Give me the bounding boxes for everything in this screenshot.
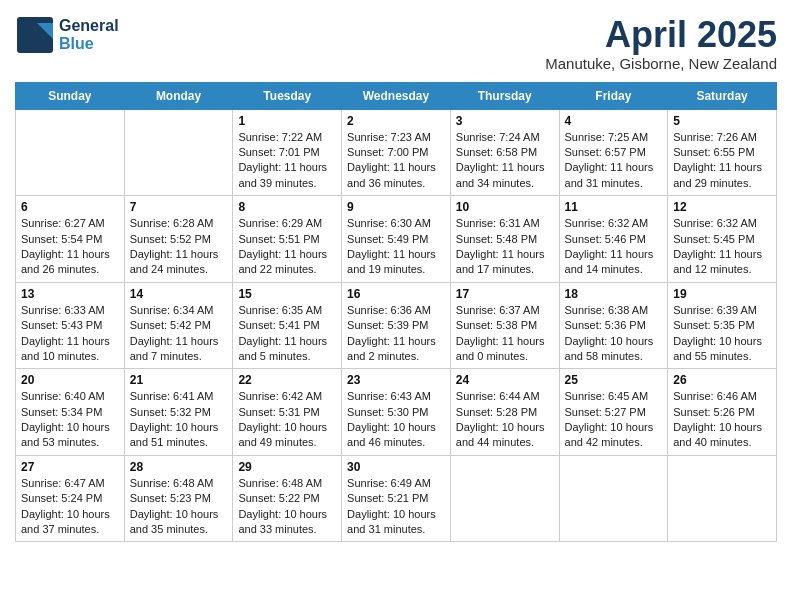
day-info: Sunrise: 6:37 AMSunset: 5:38 PMDaylight:… <box>456 303 554 365</box>
calendar-cell: 9Sunrise: 6:30 AMSunset: 5:49 PMDaylight… <box>342 196 451 283</box>
calendar-cell: 1Sunrise: 7:22 AMSunset: 7:01 PMDaylight… <box>233 109 342 196</box>
day-number: 17 <box>456 287 554 301</box>
calendar-cell: 10Sunrise: 6:31 AMSunset: 5:48 PMDayligh… <box>450 196 559 283</box>
weekday-header-friday: Friday <box>559 82 668 109</box>
calendar-cell: 15Sunrise: 6:35 AMSunset: 5:41 PMDayligh… <box>233 282 342 369</box>
day-number: 18 <box>565 287 663 301</box>
logo: General Blue <box>15 15 119 55</box>
day-info: Sunrise: 6:48 AMSunset: 5:22 PMDaylight:… <box>238 476 336 538</box>
day-number: 6 <box>21 200 119 214</box>
calendar-cell: 19Sunrise: 6:39 AMSunset: 5:35 PMDayligh… <box>668 282 777 369</box>
calendar-cell <box>450 455 559 542</box>
day-info: Sunrise: 6:31 AMSunset: 5:48 PMDaylight:… <box>456 216 554 278</box>
calendar-week-1: 1Sunrise: 7:22 AMSunset: 7:01 PMDaylight… <box>16 109 777 196</box>
calendar-cell <box>668 455 777 542</box>
day-info: Sunrise: 6:27 AMSunset: 5:54 PMDaylight:… <box>21 216 119 278</box>
day-number: 24 <box>456 373 554 387</box>
day-info: Sunrise: 7:25 AMSunset: 6:57 PMDaylight:… <box>565 130 663 192</box>
day-number: 5 <box>673 114 771 128</box>
day-info: Sunrise: 6:32 AMSunset: 5:45 PMDaylight:… <box>673 216 771 278</box>
day-info: Sunrise: 6:35 AMSunset: 5:41 PMDaylight:… <box>238 303 336 365</box>
calendar-cell: 6Sunrise: 6:27 AMSunset: 5:54 PMDaylight… <box>16 196 125 283</box>
calendar-cell: 28Sunrise: 6:48 AMSunset: 5:23 PMDayligh… <box>124 455 233 542</box>
calendar-cell: 23Sunrise: 6:43 AMSunset: 5:30 PMDayligh… <box>342 369 451 456</box>
day-info: Sunrise: 6:38 AMSunset: 5:36 PMDaylight:… <box>565 303 663 365</box>
day-number: 4 <box>565 114 663 128</box>
weekday-header-tuesday: Tuesday <box>233 82 342 109</box>
calendar-cell: 5Sunrise: 7:26 AMSunset: 6:55 PMDaylight… <box>668 109 777 196</box>
calendar-cell: 21Sunrise: 6:41 AMSunset: 5:32 PMDayligh… <box>124 369 233 456</box>
calendar-cell: 7Sunrise: 6:28 AMSunset: 5:52 PMDaylight… <box>124 196 233 283</box>
day-number: 13 <box>21 287 119 301</box>
logo-icon <box>15 15 55 55</box>
calendar-cell: 29Sunrise: 6:48 AMSunset: 5:22 PMDayligh… <box>233 455 342 542</box>
calendar-cell: 2Sunrise: 7:23 AMSunset: 7:00 PMDaylight… <box>342 109 451 196</box>
day-number: 16 <box>347 287 445 301</box>
location-subtitle: Manutuke, Gisborne, New Zealand <box>545 55 777 72</box>
day-info: Sunrise: 6:44 AMSunset: 5:28 PMDaylight:… <box>456 389 554 451</box>
calendar-cell: 4Sunrise: 7:25 AMSunset: 6:57 PMDaylight… <box>559 109 668 196</box>
day-info: Sunrise: 6:34 AMSunset: 5:42 PMDaylight:… <box>130 303 228 365</box>
day-info: Sunrise: 6:28 AMSunset: 5:52 PMDaylight:… <box>130 216 228 278</box>
calendar-cell: 27Sunrise: 6:47 AMSunset: 5:24 PMDayligh… <box>16 455 125 542</box>
title-block: April 2025 Manutuke, Gisborne, New Zeala… <box>545 15 777 72</box>
day-number: 7 <box>130 200 228 214</box>
weekday-header-saturday: Saturday <box>668 82 777 109</box>
day-number: 11 <box>565 200 663 214</box>
page-header: General Blue April 2025 Manutuke, Gisbor… <box>15 15 777 72</box>
calendar-cell: 14Sunrise: 6:34 AMSunset: 5:42 PMDayligh… <box>124 282 233 369</box>
day-number: 14 <box>130 287 228 301</box>
calendar-week-2: 6Sunrise: 6:27 AMSunset: 5:54 PMDaylight… <box>16 196 777 283</box>
calendar-cell: 8Sunrise: 6:29 AMSunset: 5:51 PMDaylight… <box>233 196 342 283</box>
day-info: Sunrise: 6:39 AMSunset: 5:35 PMDaylight:… <box>673 303 771 365</box>
calendar-body: 1Sunrise: 7:22 AMSunset: 7:01 PMDaylight… <box>16 109 777 542</box>
calendar-cell: 17Sunrise: 6:37 AMSunset: 5:38 PMDayligh… <box>450 282 559 369</box>
calendar-week-4: 20Sunrise: 6:40 AMSunset: 5:34 PMDayligh… <box>16 369 777 456</box>
day-number: 2 <box>347 114 445 128</box>
day-info: Sunrise: 6:40 AMSunset: 5:34 PMDaylight:… <box>21 389 119 451</box>
day-info: Sunrise: 6:32 AMSunset: 5:46 PMDaylight:… <box>565 216 663 278</box>
weekday-header-row: SundayMondayTuesdayWednesdayThursdayFrid… <box>16 82 777 109</box>
day-info: Sunrise: 7:24 AMSunset: 6:58 PMDaylight:… <box>456 130 554 192</box>
calendar-cell: 30Sunrise: 6:49 AMSunset: 5:21 PMDayligh… <box>342 455 451 542</box>
day-info: Sunrise: 6:48 AMSunset: 5:23 PMDaylight:… <box>130 476 228 538</box>
calendar-cell: 18Sunrise: 6:38 AMSunset: 5:36 PMDayligh… <box>559 282 668 369</box>
day-info: Sunrise: 7:22 AMSunset: 7:01 PMDaylight:… <box>238 130 336 192</box>
day-info: Sunrise: 6:29 AMSunset: 5:51 PMDaylight:… <box>238 216 336 278</box>
calendar-cell: 25Sunrise: 6:45 AMSunset: 5:27 PMDayligh… <box>559 369 668 456</box>
day-number: 20 <box>21 373 119 387</box>
calendar-cell: 3Sunrise: 7:24 AMSunset: 6:58 PMDaylight… <box>450 109 559 196</box>
calendar-cell: 13Sunrise: 6:33 AMSunset: 5:43 PMDayligh… <box>16 282 125 369</box>
day-info: Sunrise: 7:23 AMSunset: 7:00 PMDaylight:… <box>347 130 445 192</box>
day-number: 9 <box>347 200 445 214</box>
day-number: 26 <box>673 373 771 387</box>
weekday-header-monday: Monday <box>124 82 233 109</box>
day-number: 12 <box>673 200 771 214</box>
day-info: Sunrise: 6:45 AMSunset: 5:27 PMDaylight:… <box>565 389 663 451</box>
logo-general: General <box>59 17 119 35</box>
day-number: 25 <box>565 373 663 387</box>
day-number: 3 <box>456 114 554 128</box>
day-info: Sunrise: 6:49 AMSunset: 5:21 PMDaylight:… <box>347 476 445 538</box>
weekday-header-thursday: Thursday <box>450 82 559 109</box>
day-info: Sunrise: 6:33 AMSunset: 5:43 PMDaylight:… <box>21 303 119 365</box>
calendar-cell: 20Sunrise: 6:40 AMSunset: 5:34 PMDayligh… <box>16 369 125 456</box>
logo-blue: Blue <box>59 35 119 53</box>
day-number: 1 <box>238 114 336 128</box>
calendar-cell: 12Sunrise: 6:32 AMSunset: 5:45 PMDayligh… <box>668 196 777 283</box>
calendar-cell: 22Sunrise: 6:42 AMSunset: 5:31 PMDayligh… <box>233 369 342 456</box>
day-info: Sunrise: 6:43 AMSunset: 5:30 PMDaylight:… <box>347 389 445 451</box>
day-number: 8 <box>238 200 336 214</box>
day-info: Sunrise: 7:26 AMSunset: 6:55 PMDaylight:… <box>673 130 771 192</box>
day-info: Sunrise: 6:41 AMSunset: 5:32 PMDaylight:… <box>130 389 228 451</box>
calendar-cell <box>559 455 668 542</box>
day-number: 27 <box>21 460 119 474</box>
weekday-header-sunday: Sunday <box>16 82 125 109</box>
day-info: Sunrise: 6:46 AMSunset: 5:26 PMDaylight:… <box>673 389 771 451</box>
day-number: 23 <box>347 373 445 387</box>
day-number: 21 <box>130 373 228 387</box>
day-number: 28 <box>130 460 228 474</box>
day-info: Sunrise: 6:42 AMSunset: 5:31 PMDaylight:… <box>238 389 336 451</box>
svg-rect-0 <box>17 17 53 53</box>
calendar-cell: 11Sunrise: 6:32 AMSunset: 5:46 PMDayligh… <box>559 196 668 283</box>
